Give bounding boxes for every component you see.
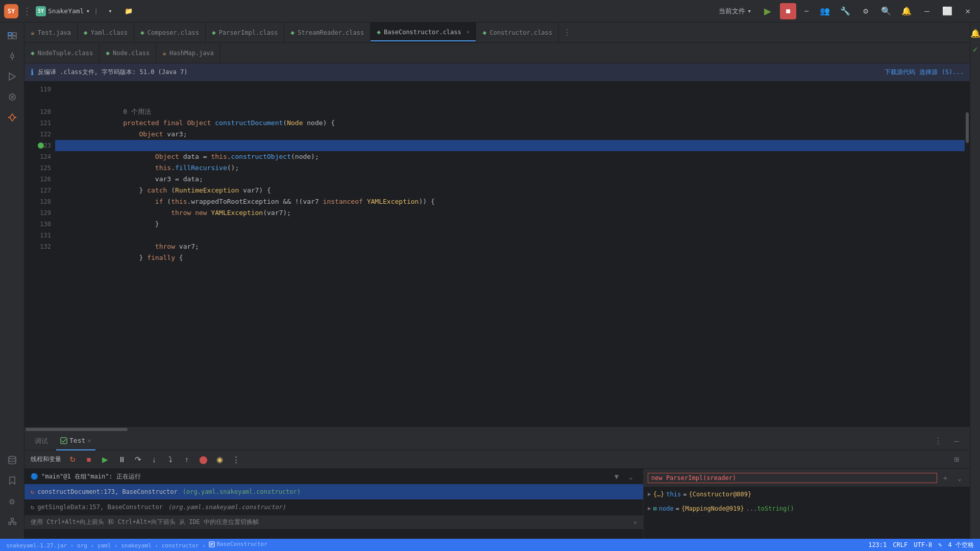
debug-more-btn[interactable]: ⋮: [229, 452, 243, 467]
debug-step-out-btn[interactable]: ↑: [180, 452, 194, 467]
debug-restart-btn[interactable]: ↻: [65, 452, 80, 467]
svg-rect-0: [8, 33, 12, 35]
sidebar-git-icon[interactable]: [3, 512, 21, 531]
code-line-126: } catch (RuntimeException var7) {: [55, 174, 965, 185]
svg-rect-2: [8, 36, 12, 39]
dropdown-icon[interactable]: ⌄: [625, 470, 637, 483]
sidebar-project-icon[interactable]: [3, 27, 21, 45]
expand-node-arrow[interactable]: ▶: [648, 505, 651, 512]
debug-breakpoint-btn[interactable]: ⬤: [196, 452, 210, 467]
debug-step-over-btn[interactable]: ↷: [131, 452, 145, 467]
tab-baseconstructor-class[interactable]: ◆ BaseConstructor.class ✕: [371, 22, 476, 42]
sidebar-notification-icon[interactable]: [3, 108, 21, 127]
select-source-link[interactable]: 选择源 (S)...: [919, 68, 964, 77]
cursor-position[interactable]: 123:1: [868, 541, 887, 548]
tab-streamreader-class[interactable]: ◆ StreamReader.class: [284, 22, 371, 42]
project-name[interactable]: SY SnakeYaml ▾: [36, 6, 90, 16]
tab-parserimpl-class[interactable]: ◆ ParserImpl.class: [206, 22, 284, 42]
minimize-btn[interactable]: —: [919, 3, 935, 19]
hint-close-btn[interactable]: ✕: [633, 519, 637, 526]
tab-close-btn[interactable]: ✕: [467, 29, 470, 35]
tab-hashmap-java[interactable]: ☕ HashMap.java: [156, 43, 220, 63]
tab-node-class[interactable]: ◆ Node.class: [100, 43, 156, 63]
tab-yaml-class[interactable]: ◆ Yaml.class: [78, 22, 134, 42]
code-line-120: protected final Object constructDocument…: [55, 106, 965, 117]
hint-bar: 使用 Ctrl+Alt+向上箭头 和 Ctrl+Alt+向下箭头 从 IDE 中…: [24, 515, 643, 529]
debug-mute-btn[interactable]: ◉: [212, 452, 227, 467]
tab-constructor-class[interactable]: ◆ Constructor.class: [476, 22, 559, 42]
sidebar-settings-icon[interactable]: ⚙: [3, 492, 21, 510]
app-menu-btn[interactable]: ⋮: [22, 6, 32, 16]
horizontal-scrollbar[interactable]: [24, 426, 970, 432]
var-row-this: ▶ {…} this = {Constructor@809}: [644, 487, 970, 501]
sidebar-debug-icon[interactable]: [3, 88, 21, 106]
close-btn[interactable]: ✕: [960, 3, 976, 19]
debug-step-into-my-code-btn[interactable]: ⤵: [163, 452, 178, 467]
panel-tab-debug[interactable]: 调试: [31, 432, 52, 450]
debug-right-toolbar: + ⌄: [644, 469, 970, 487]
more-btn[interactable]: ⋯: [800, 5, 813, 17]
debug-resume-btn[interactable]: ▶: [98, 452, 112, 467]
thread-frame-2[interactable]: ↻ getSingleData:157, BaseConstructor (or…: [24, 499, 643, 515]
debug-stop-btn[interactable]: ■: [82, 452, 96, 467]
tostring-link[interactable]: toString(): [757, 505, 794, 512]
debug-pause-btn[interactable]: ⏸: [114, 452, 129, 467]
panel-tab-close[interactable]: ✕: [87, 437, 91, 444]
panel-tab-test[interactable]: Test ✕: [56, 432, 95, 450]
sidebar-bookmark-icon[interactable]: [3, 471, 21, 490]
maximize-btn[interactable]: ⬜: [939, 3, 955, 19]
sidebar-commit-icon[interactable]: [3, 47, 21, 65]
run-button[interactable]: ▶: [760, 3, 776, 19]
sidebar-database-icon[interactable]: [3, 451, 21, 469]
class-icon-2: ◆: [140, 29, 144, 36]
sidebar-run-icon[interactable]: [3, 67, 21, 86]
expand-this-arrow[interactable]: ▶: [648, 491, 651, 497]
tabs-row-2: ◆ NodeTuple.class ◆ Node.class ☕ HashMap…: [24, 43, 970, 63]
layout-icon[interactable]: ⊞: [949, 452, 964, 467]
tabs-more-btn[interactable]: ⋮: [559, 22, 575, 42]
folder-btn[interactable]: 📁: [120, 5, 137, 17]
version-control-btn[interactable]: ▾: [102, 5, 116, 17]
line-separator[interactable]: CRLF: [893, 541, 908, 548]
app-logo: SY: [4, 4, 18, 18]
code-content: 119 120 121 122 123 124 125 126 127 128 …: [24, 82, 970, 426]
debug-left-panel: 🔵 "main"@1 在组"main": 正在运行 ▼ ⌄ ↻ construc…: [24, 469, 643, 539]
tab-test-java[interactable]: ☕ Test.java: [24, 22, 78, 42]
code-line-119: [55, 84, 965, 95]
plugins-icon[interactable]: ⚙: [857, 3, 874, 19]
panel-minimize-icon[interactable]: —: [949, 434, 964, 448]
search-icon[interactable]: 🔍: [878, 3, 894, 19]
code-line-usage: 0 个用法: [55, 95, 965, 106]
this-icon: {…}: [653, 491, 665, 498]
code-line-128: throw new YAMLException(var7);: [55, 196, 965, 207]
debug-toolbar: 线程和变量 ↻ ■ ▶ ⏸ ↷ ↓ ⤵ ↑ ⬤ ◉ ⋮ ⊞: [24, 450, 970, 469]
vertical-scrollbar[interactable]: [965, 82, 970, 426]
file-btn[interactable]: 当前文件 ▾: [715, 5, 755, 18]
info-bar: ℹ 反编译 .class文件, 字节码版本: 51.0 (Java 7) 下载源…: [24, 63, 970, 82]
filter-icon[interactable]: ▼: [610, 470, 623, 483]
line-numbers: 119 120 121 122 123 124 125 126 127 128 …: [24, 82, 55, 426]
download-source-link[interactable]: 下载源代码: [885, 68, 915, 77]
class-icon-3: ◆: [212, 29, 216, 36]
tools-icon[interactable]: 🔧: [837, 3, 853, 19]
expand-icon[interactable]: ⌄: [953, 472, 966, 484]
code-line-125: var3 = data;: [55, 162, 965, 174]
tab-nodetuple-class[interactable]: ◆ NodeTuple.class: [24, 43, 100, 63]
thread-main-item: 🔵 "main"@1 在组"main": 正在运行 ▼ ⌄: [24, 469, 643, 484]
tab-composer-class[interactable]: ◆ Composer.class: [134, 22, 206, 42]
expression-input[interactable]: [648, 473, 937, 483]
indent-setting[interactable]: 4 个空格: [948, 541, 974, 549]
encoding[interactable]: UTF-8: [914, 541, 932, 548]
code-lines[interactable]: 0 个用法 protected final Object constructDo…: [55, 82, 965, 426]
thread-frame-1[interactable]: ↻ constructDocument:173, BaseConstructor…: [24, 484, 643, 499]
right-check-icon[interactable]: ✓: [973, 44, 978, 54]
add-expr-icon[interactable]: +: [939, 472, 951, 484]
stop-button[interactable]: ■: [780, 3, 796, 19]
panel-menu-icon[interactable]: ⋮: [931, 434, 945, 448]
notification-icon[interactable]: 🔔: [898, 3, 915, 19]
users-icon[interactable]: 👥: [817, 3, 833, 19]
right-notification-icon[interactable]: 🔔: [970, 29, 981, 38]
code-line-127: if (this.wrappedToRootException && !(var…: [55, 185, 965, 196]
debug-step-into-btn[interactable]: ↓: [147, 452, 161, 467]
var-row-node: ▶ ⊞ node = {MappingNode@919} ... toStrin…: [644, 501, 970, 516]
